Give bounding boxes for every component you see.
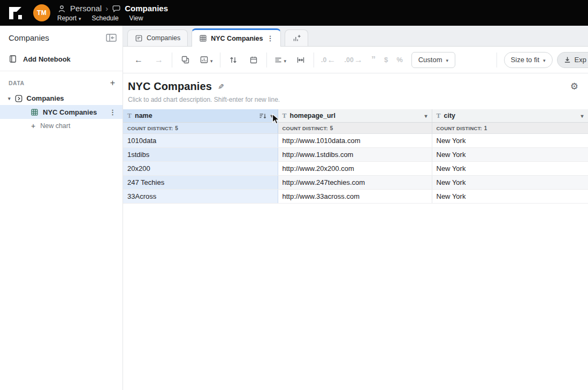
calendar-icon[interactable]: [248, 54, 259, 66]
cell-homepage-url[interactable]: http://www.33across.com: [278, 190, 432, 204]
table-row: 33Across http://www.33across.com New Yor…: [123, 190, 588, 204]
visualization-menu-button[interactable]: [200, 55, 213, 65]
cell-name[interactable]: 20x200: [123, 162, 278, 176]
table-grid-icon: [30, 108, 39, 116]
column-label: homepage_url: [290, 112, 335, 119]
add-chart-icon: [292, 34, 301, 43]
divider: [266, 52, 267, 68]
column-menu-icon[interactable]: [424, 113, 427, 119]
add-data-button[interactable]: [110, 79, 115, 87]
breadcrumb-separator-icon: [105, 4, 108, 13]
notebook-icon: [9, 55, 17, 63]
quotes-format-button[interactable]: [371, 55, 376, 65]
sidebar-item-nyc-companies[interactable]: NYC Companies: [0, 105, 123, 119]
gear-icon[interactable]: [570, 81, 578, 92]
table-grid-icon: [199, 34, 207, 42]
currency-format-button[interactable]: [384, 56, 388, 64]
percent-format-button[interactable]: [396, 56, 403, 64]
size-to-fit-button[interactable]: Size to fit: [504, 52, 553, 68]
breadcrumb-item[interactable]: Companies: [125, 4, 168, 13]
menu-report[interactable]: Report: [57, 14, 81, 22]
chevron-down-icon: [79, 14, 81, 22]
app-logo-icon[interactable]: [7, 5, 24, 21]
app: TM Personal Companies: [0, 0, 588, 390]
cell-name[interactable]: 247 Techies: [123, 176, 278, 190]
collapse-sidebar-icon[interactable]: [105, 33, 117, 42]
column-menu-icon[interactable]: [270, 113, 273, 119]
cell-homepage-url[interactable]: http://www.1010data.com: [278, 134, 432, 148]
cell-name[interactable]: 1stdibs: [123, 148, 278, 162]
chart-description-placeholder[interactable]: Click to add chart description. Shift-en…: [123, 93, 588, 103]
column-stat-name[interactable]: COUNT DISTINCT: 5: [123, 123, 278, 134]
duplicate-icon[interactable]: [179, 54, 191, 66]
cell-city[interactable]: New York: [432, 162, 588, 176]
cell-city[interactable]: New York: [432, 190, 588, 204]
topbar-text-block: Personal Companies Report Schedule: [57, 4, 168, 22]
cell-name[interactable]: 33Across: [123, 190, 278, 204]
topbar: TM Personal Companies: [0, 0, 588, 26]
sort-applied-icon[interactable]: [259, 112, 266, 119]
page-title[interactable]: NYC Companies: [128, 80, 212, 93]
tab-kebab-menu-icon[interactable]: [266, 34, 273, 42]
column-header-name[interactable]: name: [123, 109, 278, 123]
sidebar-item-new-chart[interactable]: New chart: [0, 119, 123, 132]
align-menu-button[interactable]: [274, 55, 287, 65]
cell-homepage-url[interactable]: http://www.247techies.com: [278, 176, 432, 190]
menu-view[interactable]: View: [129, 14, 143, 22]
tab-nyc-companies[interactable]: NYC Companies: [192, 28, 281, 47]
column-stat-homepage-url[interactable]: COUNT DISTINCT: 5: [278, 123, 432, 134]
column-menu-icon[interactable]: [581, 113, 583, 119]
data-section-header: DATA: [0, 74, 123, 92]
cell-city[interactable]: New York: [432, 148, 588, 162]
cell-name[interactable]: 1010data: [123, 134, 278, 148]
chevron-down-icon: [284, 55, 287, 65]
chevron-down-icon: [543, 56, 546, 64]
export-button[interactable]: Exp: [557, 52, 588, 68]
custom-format-label: Custom: [418, 56, 442, 64]
tab-companies[interactable]: Companies: [127, 29, 188, 46]
undo-back-button[interactable]: [133, 54, 144, 66]
column-label: city: [444, 112, 456, 119]
cell-city[interactable]: New York: [432, 134, 588, 148]
chevron-down-icon: [446, 56, 448, 64]
sidebar-item-companies[interactable]: Companies: [0, 92, 123, 105]
chevron-down-icon[interactable]: [8, 96, 11, 101]
user-avatar[interactable]: TM: [33, 4, 50, 21]
edit-title-icon[interactable]: [218, 82, 224, 91]
kebab-menu-icon[interactable]: [109, 108, 123, 116]
toolbar-right-group: Size to fit Exp: [490, 52, 588, 68]
column-stat-city[interactable]: COUNT DISTINCT: 1: [432, 123, 588, 134]
add-notebook-button[interactable]: Add Notebook: [0, 48, 123, 70]
main-area: Companies NYC Companies: [123, 26, 588, 390]
title-row: NYC Companies: [123, 73, 588, 93]
data-table: name: [123, 109, 588, 204]
cell-homepage-url[interactable]: http://www.1stdibs.com: [278, 148, 432, 162]
column-header-homepage-url[interactable]: homepage_url: [278, 109, 432, 123]
cell-homepage-url[interactable]: http://www.20x200.com: [278, 162, 432, 176]
breadcrumb: Personal Companies: [57, 4, 168, 13]
divider: [497, 52, 497, 68]
arrow-right-icon: [354, 55, 363, 65]
cell-city[interactable]: New York: [432, 176, 588, 190]
menu-view-label: View: [129, 14, 143, 22]
top-menu: Report Schedule View: [57, 14, 168, 22]
decimal-increase-button[interactable]: [345, 55, 363, 65]
decimal-increase-icon: [345, 56, 354, 64]
export-label: Exp: [575, 56, 586, 64]
decimal-decrease-button[interactable]: [321, 55, 335, 65]
sidebar-title: Companies: [9, 33, 49, 42]
sort-icon[interactable]: [227, 54, 239, 66]
menu-schedule[interactable]: Schedule: [92, 14, 119, 22]
new-chart-tab-button[interactable]: [285, 29, 308, 46]
divider: [172, 52, 172, 68]
custom-format-button[interactable]: Custom: [411, 52, 455, 68]
breadcrumb-workspace[interactable]: Personal: [70, 4, 102, 13]
column-label: name: [135, 112, 152, 119]
stat-label: COUNT DISTINCT:: [127, 125, 173, 131]
text-type-icon: [437, 112, 441, 120]
redo-forward-button[interactable]: [153, 54, 165, 66]
person-icon: [57, 4, 66, 13]
table-row: 20x200 http://www.20x200.com New York: [123, 162, 588, 176]
column-header-city[interactable]: city: [432, 109, 588, 123]
fit-width-icon[interactable]: [295, 54, 307, 66]
